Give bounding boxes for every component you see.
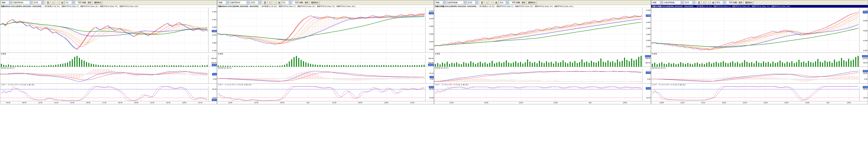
candlestick-chart-button[interactable]: ▌ <box>480 1 484 4</box>
contract-month-select[interactable]: 11/12 ▼ <box>684 1 695 4</box>
contract-month-select[interactable]: 11/12 ▼ <box>33 1 44 4</box>
period-select[interactable]: 15分 ▼ <box>499 1 508 4</box>
legend-ma-4: 移動平均FX( Close, 100 ) <box>554 5 574 8</box>
axis-tick-label: 20.00 <box>429 97 433 98</box>
price-axis[interactable]: 8,5008,4508,4008,3508,3008,2508,2008,455 <box>642 8 651 52</box>
line-chart-button[interactable]: ~ <box>490 1 494 4</box>
legend-ma-2: 移動平均FX( Close, 25 ) <box>732 5 750 8</box>
history-button[interactable]: 履歴表示 <box>744 1 754 4</box>
line-chart-button[interactable]: ~ <box>273 1 277 4</box>
time-axis-label: 11/14 <box>701 102 705 103</box>
grid-settings-button[interactable]: ▦ <box>494 1 498 4</box>
volume-chart[interactable] <box>434 55 642 67</box>
history-button[interactable]: 履歴表示 <box>310 1 320 4</box>
axis-tick-label: 0.00 <box>647 78 650 80</box>
symbol-select[interactable]: 日経225mini ▼ <box>12 1 32 4</box>
time-axis-label: Dec <box>589 102 592 103</box>
legend-ma-4: 移動平均FX( Close, 100 ) <box>771 5 790 8</box>
price-chart[interactable] <box>434 8 642 52</box>
chart-canvas <box>0 8 208 52</box>
contract-month-select[interactable]: 11/12 ▼ <box>467 1 478 4</box>
bar-count-input[interactable] <box>292 1 299 4</box>
ohlc-bar-chart-button[interactable]: ∥ <box>268 1 272 4</box>
axis-tick-label: 8,350 <box>646 28 650 29</box>
volume-chart[interactable] <box>0 55 208 67</box>
macd-label: MACD( 12, 26, 9 ) <box>218 67 231 69</box>
price-axis[interactable]: 8,4358,4158,3958,3758,3558,3358,385 <box>208 8 217 52</box>
ohlc-bar-chart-button[interactable]: ∥ <box>51 1 55 4</box>
stoch-chart[interactable] <box>0 86 208 101</box>
macd-chart[interactable] <box>0 69 208 84</box>
stoch-chart[interactable] <box>217 86 425 101</box>
time-axis-label: 12/02 <box>623 102 627 103</box>
normal-view-button[interactable]: 通常 <box>304 1 310 4</box>
ohlc-bar-chart-button[interactable]: ∥ <box>485 1 489 4</box>
symbol-select[interactable]: 日経225先物 ▼ <box>663 1 683 4</box>
stoch-label: スロー・ストキャスティクス( 14, 3, 80, 20 ) <box>652 84 685 86</box>
current-value-badge: 110.00 <box>862 55 868 57</box>
chevron-down-icon: ▼ <box>443 1 445 4</box>
period-select[interactable]: 5分 ▼ <box>282 1 291 4</box>
stoch-chart[interactable] <box>651 86 859 101</box>
price-axis[interactable]: 8,4508,4008,3508,3008,2508,2008,435 <box>425 8 434 52</box>
ohlc-bar-chart-button[interactable]: ∥ <box>702 1 706 4</box>
market-select[interactable]: 先物 ▼ <box>218 1 229 4</box>
candlestick-chart-button[interactable]: ▌ <box>697 1 701 4</box>
time-axis-label: 17:20 <box>102 102 106 103</box>
time-axis-label: 11/25 <box>450 102 454 103</box>
stoch-label: スロー・ストキャスティクス( 14, 3, 80, 20 ) <box>218 84 251 86</box>
macd-chart[interactable] <box>434 69 642 84</box>
bar-count-input[interactable] <box>509 1 516 4</box>
price-chart[interactable] <box>217 8 425 52</box>
market-select[interactable]: 先物 ▼ <box>1 1 12 4</box>
symbol-select[interactable]: 日経225mini ▼ <box>229 1 249 4</box>
time-axis: 11/0811/1011/1411/1611/1811/2211/2411/28… <box>651 101 868 104</box>
price-chart[interactable] <box>0 8 208 52</box>
bar-count-input[interactable] <box>726 1 733 4</box>
macd-chart[interactable] <box>651 69 859 84</box>
line-chart-button[interactable]: ~ <box>56 1 60 4</box>
period-select[interactable]: 60分 ▼ <box>716 1 725 4</box>
market-select[interactable]: 先物 ▼ <box>435 1 446 4</box>
bar-count-input[interactable] <box>75 1 82 4</box>
candlestick-chart-button[interactable]: ▌ <box>46 1 50 4</box>
macd-label: MACD( 12, 26, 9 ) <box>1 67 14 69</box>
legend-ma-1: 移動平均FX( Close, 5 ) <box>713 5 731 8</box>
symbol-select[interactable]: 日経225先物 ▼ <box>446 1 466 4</box>
legend-ma-2: 移動平均FX( Close, 25 ) <box>80 5 98 8</box>
macd-label-strip: MACD( 12, 26, 9 ) <box>0 67 217 69</box>
history-button[interactable]: 履歴表示 <box>527 1 537 4</box>
chevron-down-icon: ▼ <box>289 1 291 4</box>
time-axis-label: 12:00 <box>410 102 414 103</box>
axis-tick-label: 8,395 <box>212 26 216 28</box>
candlestick-chart-button[interactable]: ▌ <box>263 1 267 4</box>
contract-month-select[interactable]: 11/12 ▼ <box>250 1 261 4</box>
market-select[interactable]: 先物 ▼ <box>652 1 663 4</box>
volume-chart[interactable] <box>651 55 859 67</box>
axis-tick-label: 8,500 <box>646 9 650 11</box>
volume-chart[interactable] <box>217 55 425 67</box>
grid-settings-button[interactable]: ▦ <box>277 1 281 4</box>
normal-view-button[interactable]: 通常 <box>87 1 93 4</box>
volume-label-strip: 出来高 <box>217 52 434 55</box>
normal-view-button[interactable]: 通常 <box>738 1 744 4</box>
stoch-label: スロー・ストキャスティクス( 14, 3, 80, 20 ) <box>435 84 468 86</box>
history-button[interactable]: 履歴表示 <box>93 1 103 4</box>
legend-ma-1: 移動平均FX( Close, 5 ) <box>279 5 296 8</box>
contract-month-value: 11/12 <box>34 1 38 3</box>
normal-view-button[interactable]: 通常 <box>521 1 527 4</box>
stoch-chart[interactable] <box>434 86 642 101</box>
volume-axis: 700.00350.00120.00 <box>425 55 434 67</box>
macd-chart[interactable] <box>217 69 425 84</box>
period-select[interactable]: 1分 ▼ <box>65 1 74 4</box>
chevron-down-icon: ▼ <box>692 1 695 4</box>
price-axis[interactable]: 8,7508,6508,5508,4508,3508,735 <box>859 8 868 52</box>
chart-title: 日経225mini 11/12 (1分/910, 2011/11/24 - 20… <box>1 5 41 8</box>
axis-tick-label: 8,400 <box>646 21 650 23</box>
grid-settings-button[interactable]: ▦ <box>60 1 64 4</box>
grid-settings-button[interactable]: ▦ <box>711 1 715 4</box>
line-chart-button[interactable]: ~ <box>707 1 711 4</box>
time-axis-label: 11/18 <box>743 102 747 103</box>
axis-tick-label: 80.00 <box>212 89 216 90</box>
price-chart[interactable] <box>651 8 859 52</box>
